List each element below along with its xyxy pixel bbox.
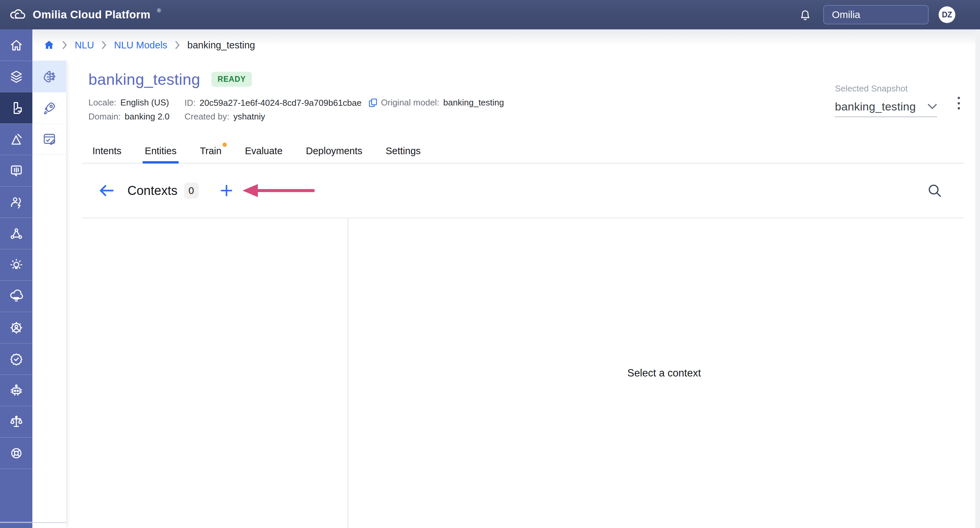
selected-snapshot: Selected Snapshot banking_testing xyxy=(835,83,937,117)
sidebar-item-scales[interactable] xyxy=(0,406,32,437)
sidebar-item-home[interactable] xyxy=(0,29,32,61)
voice-widget-icon xyxy=(9,164,24,178)
page-scrollbar[interactable] xyxy=(975,29,980,528)
id-label: ID: xyxy=(185,98,196,108)
brand-registered-mark: ® xyxy=(157,8,161,13)
set-square-icon xyxy=(9,132,24,147)
back-button[interactable] xyxy=(99,184,114,197)
badge-check-icon xyxy=(9,352,24,367)
breadcrumb-current: banking_testing xyxy=(188,40,255,51)
scales-icon xyxy=(9,415,24,429)
blocks-icon xyxy=(9,101,24,115)
sidebar-item-blocks[interactable] xyxy=(0,92,32,123)
locale-label: Locale: xyxy=(88,97,116,108)
ai-chip-icon xyxy=(9,383,24,398)
page-title: banking_testing xyxy=(88,70,200,88)
bell-icon xyxy=(798,8,812,22)
contexts-list-panel xyxy=(66,218,348,528)
forms-check-pencil-icon xyxy=(42,131,57,147)
id-value: 20c59a27-1e6f-4024-8cd7-9a709b61cbae xyxy=(199,98,361,108)
chevron-right-icon xyxy=(101,41,107,49)
notifications-button[interactable] xyxy=(797,6,814,23)
breadcrumb-home-icon[interactable] xyxy=(43,39,55,51)
created-by-value: yshatniy xyxy=(233,112,265,122)
context-detail-panel: Select a context xyxy=(348,218,980,528)
locale-value: English (US) xyxy=(121,97,169,108)
user-avatar[interactable]: DZ xyxy=(939,6,955,23)
topbar: Omilia Cloud Platform ® Omilia DZ xyxy=(0,0,980,29)
contexts-title: Contexts xyxy=(127,183,177,198)
sidebar-primary xyxy=(0,29,32,528)
train-notification-dot xyxy=(223,142,227,147)
original-model-value: banking_testing xyxy=(443,97,504,108)
sidebar-item-lightbulb[interactable] xyxy=(0,249,32,280)
model-meta-row-2: Domain: banking 2.0 Created by: yshatniy xyxy=(66,112,833,123)
domain-label: Domain: xyxy=(88,112,121,122)
sidebar-spacer xyxy=(0,469,32,522)
more-options-kebab-icon[interactable] xyxy=(952,96,965,111)
original-model-label: Original model: xyxy=(381,97,439,108)
sidebar-item-life-ring[interactable] xyxy=(0,437,32,469)
layers-icon xyxy=(9,69,24,84)
contexts-count-badge: 0 xyxy=(184,183,199,199)
lightbulb-icon xyxy=(9,258,24,272)
breadcrumb: NLU NLU Models banking_testing xyxy=(32,29,980,61)
search-button[interactable] xyxy=(927,183,943,199)
snapshot-label: Selected Snapshot xyxy=(835,83,937,94)
sidebar-item-forms-check[interactable] xyxy=(32,123,66,155)
contexts-panels: Select a context xyxy=(66,218,980,528)
domain-value: banking 2.0 xyxy=(125,112,169,122)
snapshot-value: banking_testing xyxy=(835,100,916,113)
tab-bar: Intents Entities Train Evaluate Deployme… xyxy=(82,139,964,164)
chevron-right-icon xyxy=(174,41,181,49)
created-by-label: Created by: xyxy=(185,112,229,122)
tab-intents[interactable]: Intents xyxy=(92,139,121,163)
sidebar-item-ai-chip[interactable] xyxy=(0,375,32,406)
network-triangle-icon xyxy=(9,226,24,241)
breadcrumb-link-nlu-models[interactable]: NLU Models xyxy=(114,40,167,51)
org-name: Omilia xyxy=(832,9,860,20)
sidebar-item-set-square[interactable] xyxy=(0,123,32,155)
sidebar-item-voice-widget[interactable] xyxy=(0,155,32,186)
tab-train[interactable]: Train xyxy=(200,139,221,163)
copy-icon[interactable] xyxy=(368,97,378,108)
rocket-icon xyxy=(42,100,57,116)
user-gear-icon xyxy=(9,321,24,335)
sidebar-secondary xyxy=(32,61,66,528)
sidebar-item-rocket[interactable] xyxy=(32,92,66,123)
tab-deployments[interactable]: Deployments xyxy=(306,139,362,163)
breadcrumb-link-nlu[interactable]: NLU xyxy=(75,40,94,51)
sidebar-item-network[interactable] xyxy=(0,218,32,249)
model-meta-row-1: Locale: English (US) ID: 20c59a27-1e6f-4… xyxy=(66,97,833,110)
life-ring-icon xyxy=(9,446,24,461)
sidebar-footer-divider xyxy=(0,522,66,523)
nlu-brain-icon xyxy=(42,69,57,84)
agent-lightning-icon xyxy=(9,195,24,210)
add-context-button[interactable] xyxy=(219,183,234,198)
tab-evaluate[interactable]: Evaluate xyxy=(245,139,283,163)
tab-entities[interactable]: Entities xyxy=(145,139,177,163)
sidebar-item-cloud-speech[interactable] xyxy=(0,280,32,312)
brand: Omilia Cloud Platform ® xyxy=(9,5,161,24)
snapshot-select[interactable]: banking_testing xyxy=(835,99,937,117)
status-badge: READY xyxy=(212,72,252,87)
sidebar-item-badge-check[interactable] xyxy=(0,343,32,375)
empty-state-text: Select a context xyxy=(627,367,701,379)
omilia-logo-icon xyxy=(9,5,26,23)
home-icon xyxy=(9,38,24,53)
main-content: banking_testing READY Locale: English (U… xyxy=(66,61,980,528)
sidebar-item-agent-automation[interactable] xyxy=(0,186,32,218)
sidebar-item-user-gear[interactable] xyxy=(0,312,32,343)
tab-settings[interactable]: Settings xyxy=(386,139,421,163)
cloud-lines-icon xyxy=(9,289,24,304)
chevron-down-icon xyxy=(928,104,937,110)
sidebar-item-nlu[interactable] xyxy=(32,61,66,92)
chevron-right-icon xyxy=(61,41,68,49)
annotation-arrow xyxy=(242,183,315,198)
sidebar-item-layers[interactable] xyxy=(0,61,32,92)
org-switcher[interactable]: Omilia xyxy=(823,5,929,24)
brand-title: Omilia Cloud Platform xyxy=(33,5,150,24)
contexts-toolbar: Contexts 0 xyxy=(82,164,964,218)
